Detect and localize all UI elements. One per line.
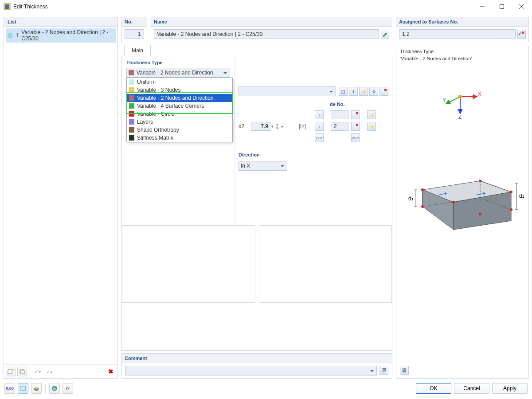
svg-rect-9 xyxy=(21,370,24,374)
chevron-right-icon[interactable]: ▸ xyxy=(282,125,286,129)
option-uniform[interactable]: Uniform xyxy=(127,78,232,86)
titlebar: Edit Thickness xyxy=(0,0,532,13)
grid-button[interactable] xyxy=(18,383,28,394)
comment-field[interactable] xyxy=(125,366,377,376)
material-edit-button[interactable]: ⚙ xyxy=(369,87,378,96)
direction-select[interactable]: In X xyxy=(239,161,287,171)
layers-button[interactable] xyxy=(31,383,42,394)
dim-d1-node[interactable] xyxy=(331,110,348,119)
assigned-field[interactable] xyxy=(399,29,516,39)
no-field[interactable] xyxy=(125,29,144,39)
svg-point-24 xyxy=(510,191,512,193)
swatch-icon xyxy=(129,111,134,117)
direction-label: Direction xyxy=(239,152,388,157)
name-field[interactable] xyxy=(154,29,379,39)
delete-item-button[interactable]: ✖ xyxy=(106,367,116,376)
swatch-icon xyxy=(129,119,134,125)
preview-head: Thickness Type xyxy=(400,49,525,54)
tab-body: Thickness Type Variable - 2 Nodes and Di… xyxy=(121,56,392,351)
swatch-icon xyxy=(129,87,134,93)
apply-button[interactable]: Apply xyxy=(492,383,528,394)
swatch-icon xyxy=(129,135,134,141)
list-header: List xyxy=(4,17,117,27)
new-item-button[interactable]: ✦ xyxy=(6,367,16,376)
preview-sub: 'Variable - 2 Nodes and Direction' xyxy=(400,56,525,61)
list-footer: ✦ ✓▾ ✓▴ ✖ xyxy=(4,364,117,378)
option-shape-orthotropy[interactable]: Shape Orthotropy xyxy=(127,126,232,134)
preview-pane-right xyxy=(259,225,392,303)
ok-button[interactable]: OK xyxy=(416,383,451,394)
preview-settings-button[interactable]: 🖼 xyxy=(400,366,409,375)
thickness-type-dropdown[interactable]: Variable - 2 Nodes and Direction Uniform… xyxy=(126,68,230,78)
thickness-type-selected-text: Variable - 2 Nodes and Direction xyxy=(137,70,213,76)
material-info-button[interactable]: ℹ xyxy=(349,87,358,96)
thickness-type-options: Uniform Variable - 3 Nodes Variable - 2 … xyxy=(126,78,233,142)
comment-group: Comment 🗐 xyxy=(121,353,392,379)
units-button[interactable]: 0.00 xyxy=(4,383,15,394)
option-variable-3-nodes[interactable]: Variable - 3 Nodes xyxy=(127,86,232,94)
svg-rect-3 xyxy=(500,4,504,8)
chevron-down-icon[interactable]: ▾ xyxy=(271,125,275,129)
list-body[interactable]: 1 Variable - 2 Nodes and Direction | 2 -… xyxy=(4,27,117,364)
material-row: 🕮 ℹ ✨ ⚙ xyxy=(239,86,388,96)
list-item-swatch xyxy=(8,33,12,38)
check-out-button[interactable]: ✓▴ xyxy=(44,367,54,376)
pick-surfaces-button[interactable] xyxy=(517,30,526,39)
dim-d2-new[interactable]: ✨ xyxy=(367,122,376,131)
globe-button[interactable] xyxy=(49,383,60,394)
preview-pane-left xyxy=(122,225,255,303)
dim-d2-mode-button[interactable]: ↕ xyxy=(315,122,324,131)
tab-main[interactable]: Main xyxy=(124,45,151,56)
svg-rect-35 xyxy=(21,386,25,391)
dim-2x-left-button[interactable]: 2x↗ xyxy=(315,133,324,142)
dim-d1-label-diagram: d₁ xyxy=(408,196,414,202)
list-item[interactable]: 1 Variable - 2 Nodes and Direction | 2 -… xyxy=(6,28,116,43)
dim-d1-pick[interactable] xyxy=(351,110,360,119)
comment-copy-button[interactable]: 🗐 xyxy=(379,366,388,375)
dim-d1-new[interactable]: ✨ xyxy=(367,110,376,119)
material-new-button[interactable]: ✨ xyxy=(359,87,368,96)
dim-d2-node[interactable] xyxy=(331,122,348,131)
option-layers[interactable]: Layers xyxy=(127,118,232,126)
svg-text:Y: Y xyxy=(442,97,446,103)
dim-d2-spinner[interactable]: ▾ ▴▾ ▸ xyxy=(251,122,286,131)
option-variable-4-surface-corners[interactable]: Variable - 4 Surface Corners xyxy=(127,102,232,110)
thickness-type-label: Thickness Type xyxy=(122,56,235,67)
swatch-icon xyxy=(129,95,134,101)
svg-line-12 xyxy=(446,97,460,104)
dim-2x-right-button[interactable]: 2x↗ xyxy=(351,133,360,142)
assigned-group: Assigned to Surfaces No. xyxy=(396,17,529,42)
check-in-button[interactable]: ✓▾ xyxy=(33,367,43,376)
svg-text:Z: Z xyxy=(458,114,462,119)
step-down-icon[interactable]: ▾ xyxy=(276,126,281,130)
assigned-label: Assigned to Surfaces No. xyxy=(396,17,528,27)
material-select[interactable] xyxy=(239,86,336,96)
maximize-button[interactable] xyxy=(492,0,512,13)
dim-d2-value[interactable] xyxy=(251,122,270,131)
svg-point-28 xyxy=(479,213,481,215)
list-item-num: 1 xyxy=(15,32,19,39)
dim-d2-pick[interactable] xyxy=(351,122,360,131)
function-button[interactable]: fx xyxy=(63,383,73,394)
option-variable-2-nodes-direction[interactable]: Variable - 2 Nodes and Direction xyxy=(127,94,232,102)
minimize-button[interactable] xyxy=(473,0,492,13)
rename-button[interactable] xyxy=(381,30,389,39)
option-variable-circle[interactable]: Variable - Circle xyxy=(127,110,232,118)
material-lib-button[interactable]: 🕮 xyxy=(339,87,348,96)
node-col-header: de No. xyxy=(330,102,388,107)
dim-d1-mode-button[interactable]: ↕ xyxy=(315,110,324,119)
material-pick-button[interactable] xyxy=(379,87,388,96)
close-button[interactable] xyxy=(512,0,531,13)
name-label: Name xyxy=(151,17,392,27)
copy-item-button[interactable] xyxy=(17,367,27,376)
svg-point-26 xyxy=(421,205,424,208)
cancel-button[interactable]: Cancel xyxy=(454,383,489,394)
svg-point-25 xyxy=(452,201,455,203)
axes-icon: X Y Z xyxy=(442,88,482,119)
option-stiffness-matrix[interactable]: Stiffness Matrix xyxy=(127,134,232,142)
svg-point-23 xyxy=(479,180,481,182)
svg-rect-1 xyxy=(5,4,9,9)
svg-text:X: X xyxy=(478,91,481,97)
no-label: No. xyxy=(122,17,147,27)
app-icon xyxy=(4,3,11,10)
